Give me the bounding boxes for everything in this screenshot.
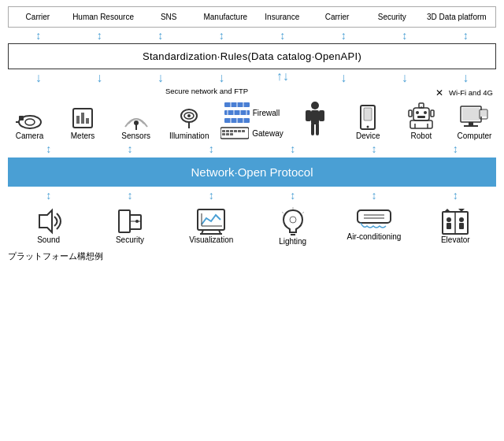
aircon-icon: [354, 207, 394, 232]
source-insurance: Insurance: [261, 10, 304, 24]
svg-rect-45: [364, 108, 372, 120]
bottom-items-row: Sound Security Visuali: [8, 202, 496, 247]
svg-point-47: [416, 111, 419, 114]
gateway-row: Gateway: [220, 126, 283, 140]
svg-rect-6: [76, 116, 80, 124]
arrow-3: ↕: [139, 29, 182, 42]
svg-rect-35: [226, 133, 229, 135]
arrow-b-3: ↕: [190, 143, 233, 155]
sound-icon: [33, 207, 65, 235]
arrow-down-1: ↓: [17, 71, 60, 85]
svg-rect-53: [409, 110, 412, 117]
wifi-icon: ✕: [435, 87, 447, 98]
top-arrows: ↕ ↕ ↕ ↕ ↕ ↕ ↕ ↕: [8, 28, 496, 43]
svg-rect-49: [417, 116, 425, 118]
svg-line-79: [302, 212, 304, 213]
svg-rect-52: [410, 120, 432, 128]
source-label: 3D Data platform: [427, 12, 487, 22]
robot-icon: [407, 102, 435, 130]
svg-text:✕: ✕: [435, 87, 443, 98]
gateway-icon: [220, 126, 249, 140]
standardization-label: Standardization·Rules(Data catalog·OpenA…: [143, 50, 361, 62]
footer-label: プラットフォーム構想例: [8, 251, 103, 261]
mid-arrows-bottom: ↕ ↕ ↕ ↕ ↕ ↕: [8, 142, 496, 156]
human-figure: [293, 101, 336, 140]
device-computer: Computer: [453, 105, 496, 140]
svg-marker-63: [39, 210, 52, 232]
svg-point-89: [459, 217, 464, 222]
svg-rect-60: [464, 125, 478, 127]
arrow-c-5: ↕: [352, 189, 395, 202]
svg-rect-34: [222, 133, 225, 135]
svg-point-2: [25, 119, 35, 125]
source-label: Carrier: [325, 12, 350, 22]
top-sources-row: Carrier Human Resource SNS Manufacture I…: [8, 6, 496, 28]
security-icon: [114, 207, 146, 235]
svg-rect-7: [81, 113, 84, 124]
sensors-label: Sensors: [121, 132, 150, 140]
svg-rect-80: [358, 210, 391, 223]
svg-point-9: [134, 120, 139, 125]
device-sensors: Sensors: [114, 106, 158, 140]
network-banner: Network·Open Protocol: [8, 158, 496, 187]
arrow-b-1: ↕: [27, 143, 70, 155]
lighting-icon: [279, 207, 307, 237]
svg-rect-46: [413, 108, 429, 120]
arrow-down-4: ↓: [200, 71, 243, 85]
standardization-banner: Standardization·Rules(Data catalog·OpenA…: [8, 43, 496, 69]
wifi-label: Wi-Fi and 4G: [449, 88, 493, 97]
arrow-down-2: ↓: [78, 71, 121, 85]
arrow-down-6: ↓: [383, 71, 426, 85]
device-robot: Robot: [399, 102, 443, 140]
svg-point-87: [447, 217, 451, 222]
source-carrier-1: Carrier: [16, 10, 59, 24]
illumination-label: Illumination: [169, 132, 209, 140]
svg-rect-3: [19, 116, 24, 120]
svg-rect-31: [234, 130, 237, 132]
svg-rect-54: [431, 110, 434, 117]
svg-rect-62: [480, 110, 487, 117]
bottom-arrows-top: ↕ ↕ ↕ ↕ ↕ ↕: [8, 188, 496, 202]
visualization-label: Visualization: [189, 235, 233, 244]
arrow-4: ↕: [200, 29, 243, 42]
firewall-label: Firewall: [253, 109, 280, 117]
source-manufacture: Manufacture: [202, 10, 249, 24]
svg-rect-42: [316, 123, 319, 135]
arrow-5: ↕: [261, 29, 304, 42]
source-label: SNS: [161, 12, 177, 22]
arrow-8: ↕: [444, 29, 487, 42]
svg-point-67: [135, 220, 139, 223]
arrow-down-3: ↓: [139, 71, 182, 85]
arrow-b-4: ↕: [271, 143, 314, 155]
sensors-icon: [122, 106, 150, 130]
mid-arrows-top: ↓ ↓ ↓ ↓ ↑↓ ↓ ↓ ↓: [8, 69, 496, 87]
source-human-resource: Human Resource: [71, 10, 135, 24]
main-container: Carrier Human Resource SNS Manufacture I…: [0, 0, 504, 269]
devices-row: Camera Meters: [8, 99, 496, 142]
source-3d-data: 3D Data platform: [425, 10, 488, 24]
svg-rect-59: [469, 122, 473, 125]
arrow-6: ↕: [322, 29, 365, 42]
arrow-down-7: ↓: [444, 71, 487, 85]
gateway-label: Gateway: [252, 129, 283, 138]
bottom-security: Security: [100, 207, 159, 244]
source-label: Security: [378, 12, 406, 22]
bottom-lighting: Lighting: [263, 207, 322, 246]
illumination-icon: [177, 106, 201, 130]
arrow-c-1: ↕: [27, 189, 70, 202]
arrow-c-3: ↕: [190, 189, 233, 202]
visualization-icon: [195, 207, 227, 235]
camera-label: Camera: [16, 132, 44, 140]
computer-icon: [459, 105, 489, 130]
arrow-7: ↕: [383, 29, 426, 42]
svg-rect-41: [311, 123, 314, 135]
svg-rect-39: [306, 110, 311, 121]
device-meters: Meters: [61, 106, 105, 140]
arrow-c-6: ↕: [434, 189, 477, 202]
source-security: Security: [370, 10, 413, 24]
svg-rect-36: [230, 133, 233, 135]
firewall-icon: [224, 102, 250, 123]
svg-rect-32: [238, 130, 241, 132]
source-label: Carrier: [26, 12, 50, 22]
network-annotations: Secure network and FTP ✕ Wi-Fi and 4G: [8, 87, 496, 99]
